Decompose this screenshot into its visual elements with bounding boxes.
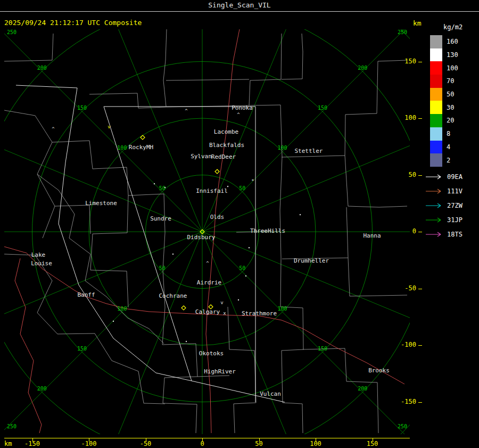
range-ring-label: 250	[7, 29, 16, 35]
y-axis-tick	[418, 289, 422, 289]
x-axis-tick	[146, 438, 146, 442]
radar-arrow-icon	[425, 217, 444, 223]
radar-arrow-icon	[425, 202, 444, 209]
city-label: Louise	[31, 260, 52, 267]
range-ring-label: 50	[159, 265, 166, 271]
range-ring-label: 200	[37, 65, 47, 71]
county-boundary-line	[89, 34, 282, 108]
town-marker	[238, 299, 239, 300]
county-boundary-line	[4, 34, 53, 61]
colorbar-swatch	[430, 101, 442, 114]
town-marker	[172, 254, 174, 255]
colorbar-swatch	[430, 88, 442, 101]
range-ring-label: 150	[77, 105, 87, 111]
city-label: Stettler	[295, 148, 323, 154]
azimuth-line	[202, 120, 410, 232]
y-axis-unit-label: km	[413, 19, 422, 27]
range-ring-label: 250	[7, 423, 16, 429]
colorbar-entry: 4	[430, 141, 479, 154]
town-marker: ^	[237, 112, 240, 117]
city-label: Olds	[210, 214, 225, 221]
y-axis-tick	[418, 232, 422, 232]
radar-coverage-outline	[104, 107, 285, 402]
city-label: ThreeHills	[250, 227, 285, 234]
radar-site-entry: 27ZW	[425, 198, 478, 213]
x-axis-tick	[373, 438, 373, 442]
range-ring-label: 200	[358, 65, 367, 71]
colorbar-value: 8	[447, 130, 450, 137]
radar-arrow-icon	[425, 174, 444, 180]
city-label: Vulcan	[260, 390, 281, 397]
x-axis-tick-label: -150	[21, 440, 44, 447]
city-label: Strathmore	[242, 310, 277, 317]
y-axis-tick	[418, 345, 422, 346]
town-marker: ^	[185, 108, 188, 113]
colorbar-entry: 30	[430, 101, 479, 114]
range-ring-label: 150	[318, 346, 327, 352]
colorbar-swatch	[430, 127, 442, 141]
city-label: Blackfalds	[209, 142, 244, 149]
radar-site-id: 09EA	[447, 173, 463, 181]
range-ring-label: 200	[37, 386, 47, 392]
county-boundary-line	[162, 344, 197, 433]
scan-timestamp: 2025/09/24 21:12:17 UTC Composite	[4, 19, 142, 27]
colorbar-value: 100	[447, 64, 458, 72]
town-marker: x	[223, 311, 226, 316]
radar-site-legend: 09EA111V27ZW31JP18TS	[425, 169, 478, 241]
colorbar-entry: 50	[430, 88, 479, 101]
city-label: Innisfail	[196, 188, 228, 194]
window-title: Single_Scan_VIL	[0, 0, 479, 12]
city-label: Hanna	[363, 232, 381, 239]
x-axis-tick	[89, 438, 89, 442]
range-ring-label: 100	[278, 306, 287, 312]
city-label: Ponoka	[232, 104, 253, 111]
radar-coverage-outline	[16, 85, 192, 381]
x-axis-tick-label: -100	[77, 440, 101, 447]
range-ring-label: 100	[278, 145, 287, 151]
town-marker	[164, 187, 166, 188]
colorbar-value: 4	[447, 143, 450, 151]
town-marker	[113, 321, 114, 322]
city-label: Limestone	[85, 200, 117, 207]
range-ring-label: 250	[398, 29, 407, 35]
colorbar-value: 70	[447, 77, 454, 85]
y-axis-tick	[418, 62, 422, 62]
colorbar-swatch	[430, 153, 442, 167]
range-ring-label: 100	[117, 306, 127, 312]
colorbar-unit-label: kg/m2	[443, 23, 479, 35]
colorbar-value: 130	[447, 51, 458, 59]
radar-site-id: 111V	[447, 188, 463, 195]
city-diamond-marker	[215, 169, 219, 174]
colorbar-entry: 8	[430, 127, 479, 141]
colorbar-entry: 20	[430, 114, 479, 127]
town-marker: ^	[206, 260, 209, 266]
colorbar-value: 50	[447, 91, 454, 98]
x-axis-tick-label: 100	[304, 440, 327, 447]
county-boundary-line	[166, 79, 249, 80]
x-axis-tick-label: 50	[247, 440, 271, 447]
x-axis-tick-label: 0	[191, 440, 214, 447]
radar-site-entry: 31JP	[425, 213, 478, 227]
city-label: Lake	[31, 251, 46, 258]
city-label: HighRiver	[204, 368, 236, 375]
y-axis-tick	[418, 402, 422, 403]
county-boundary-line	[90, 196, 128, 307]
vil-colorbar: kg/m2 16013010070503020842	[430, 23, 479, 167]
range-ring-label: 100	[117, 145, 127, 151]
x-axis-unit-label: km	[4, 440, 12, 447]
colorbar-swatch	[430, 75, 442, 88]
city-diamond-marker	[181, 306, 186, 310]
town-marker: ^	[52, 126, 55, 132]
county-boundary-line	[163, 29, 167, 107]
county-boundary-line	[346, 207, 348, 258]
radar-site-entry: 09EA	[425, 169, 478, 184]
radar-site-id: 18TS	[447, 231, 463, 238]
x-axis-tick	[259, 438, 260, 442]
radar-map[interactable]: 5050505010010010010015015015015020020020…	[4, 29, 410, 434]
colorbar-value: 2	[447, 157, 450, 164]
city-label: Calgary	[195, 308, 220, 315]
range-ring-label: 50	[239, 265, 245, 271]
x-axis-tick	[32, 438, 33, 442]
radar-site-entry: 18TS	[425, 227, 478, 241]
county-boundary-line	[345, 60, 407, 156]
